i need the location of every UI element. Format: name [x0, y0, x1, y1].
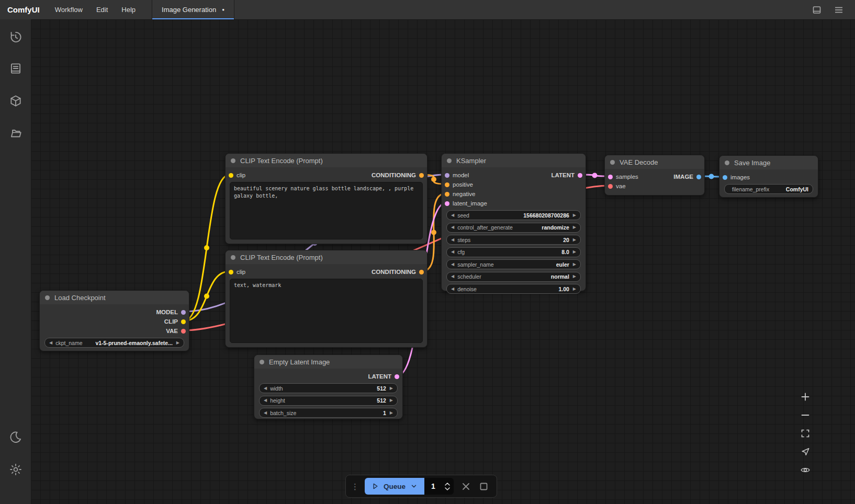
queue-button[interactable]: Queue — [365, 478, 424, 495]
node-header[interactable]: KSampler — [442, 154, 586, 167]
queue-drag-handle[interactable]: ⋮ — [351, 483, 359, 490]
widget-left-arrow-icon[interactable]: ◀ — [451, 213, 454, 217]
zoom-out-button[interactable] — [797, 407, 813, 422]
batch-count-stepper[interactable]: 1 — [424, 478, 454, 495]
node-empty_latent[interactable]: Empty Latent ImageLATENT◀width512▶◀heigh… — [254, 354, 403, 419]
input-slot-latent_image[interactable]: latent_image — [443, 200, 487, 207]
node-collapse-dot-icon[interactable] — [231, 158, 235, 163]
input-slot-negative[interactable]: negative — [443, 191, 475, 197]
node-header[interactable]: Save Image — [719, 156, 818, 169]
node-collapse-dot-icon[interactable] — [231, 255, 235, 260]
node-header[interactable]: VAE Decode — [605, 155, 704, 169]
zoom-in-button[interactable] — [797, 389, 813, 404]
node-collapse-dot-icon[interactable] — [260, 360, 264, 364]
input-slot-clip[interactable]: clip — [227, 269, 245, 275]
widget-ckpt_name[interactable]: ◀ckpt_namev1-5-pruned-emaonly.safete...▶ — [44, 338, 184, 348]
stepper-up-icon[interactable] — [444, 482, 451, 486]
widget-left-arrow-icon[interactable]: ◀ — [451, 274, 454, 279]
sidebar-item-model-library[interactable] — [8, 93, 24, 109]
node-collapse-dot-icon[interactable] — [45, 295, 50, 300]
input-slot-model[interactable]: model — [443, 172, 469, 178]
node-load_checkpoint[interactable]: Load CheckpointMODELCLIPVAE◀ckpt_namev1-… — [39, 290, 189, 351]
stepper-down-icon[interactable] — [444, 487, 451, 491]
input-slot-samples[interactable]: samples — [606, 174, 638, 180]
prompt-textarea[interactable]: beautiful scenery nature glass bottle la… — [230, 182, 423, 239]
node-header[interactable]: CLIP Text Encode (Prompt) — [226, 250, 427, 264]
widget-batch_size[interactable]: ◀batch_size1▶ — [259, 408, 398, 418]
widget-sampler_name[interactable]: ◀sampler_nameeuler▶ — [446, 259, 581, 269]
node-header[interactable]: Load Checkpoint — [40, 291, 189, 304]
output-pin-icon[interactable] — [181, 310, 186, 315]
widget-filename_prefix[interactable]: filename_prefixComfyUI — [724, 184, 813, 194]
widget-cfg[interactable]: ◀cfg8.0▶ — [446, 247, 581, 257]
node-collapse-dot-icon[interactable] — [610, 160, 615, 165]
fit-view-button[interactable] — [797, 426, 813, 441]
widget-left-arrow-icon[interactable]: ◀ — [451, 287, 454, 291]
output-pin-icon[interactable] — [578, 173, 582, 178]
node-header[interactable]: CLIP Text Encode (Prompt) — [226, 154, 427, 167]
input-slot-positive[interactable]: positive — [443, 181, 473, 188]
node-collapse-dot-icon[interactable] — [447, 158, 452, 163]
widget-right-arrow-icon[interactable]: ▶ — [573, 262, 576, 267]
input-slot-images[interactable]: images — [721, 174, 750, 180]
widget-right-arrow-icon[interactable]: ▶ — [573, 238, 576, 242]
input-pin-icon[interactable] — [229, 173, 233, 178]
output-slot-LATENT[interactable]: LATENT — [551, 172, 584, 178]
widget-left-arrow-icon[interactable]: ◀ — [451, 262, 454, 267]
tab-image-generation[interactable]: Image Generation ● — [152, 0, 234, 19]
stop-button[interactable] — [479, 482, 488, 491]
widget-right-arrow-icon[interactable]: ▶ — [573, 225, 576, 230]
node-vae_decode[interactable]: VAE DecodesamplesIMAGEvae — [604, 155, 705, 196]
node-clip_neg[interactable]: CLIP Text Encode (Prompt)clipCONDITIONIN… — [225, 250, 428, 348]
menu-help[interactable]: Help — [115, 6, 142, 14]
widget-right-arrow-icon[interactable]: ▶ — [390, 398, 393, 403]
output-pin-icon[interactable] — [419, 173, 424, 178]
widget-right-arrow-icon[interactable]: ▶ — [573, 274, 576, 279]
widget-height[interactable]: ◀height512▶ — [259, 396, 398, 406]
select-mode-button[interactable] — [797, 444, 813, 459]
input-pin-icon[interactable] — [723, 175, 727, 180]
output-pin-icon[interactable] — [395, 374, 399, 379]
input-pin-icon[interactable] — [445, 201, 449, 206]
output-pin-icon[interactable] — [696, 175, 701, 179]
main-menu-button[interactable] — [831, 2, 847, 18]
output-slot-CONDITIONING[interactable]: CONDITIONING — [372, 269, 426, 275]
node-clip_pos[interactable]: CLIP Text Encode (Prompt)clipCONDITIONIN… — [225, 153, 428, 244]
widget-left-arrow-icon[interactable]: ◀ — [49, 341, 52, 345]
widget-right-arrow-icon[interactable]: ▶ — [390, 411, 393, 415]
settings-button[interactable] — [8, 462, 24, 477]
output-slot-CLIP[interactable]: CLIP — [164, 318, 188, 325]
output-pin-icon[interactable] — [419, 270, 424, 274]
toggle-link-visibility-button[interactable] — [797, 462, 813, 477]
sidebar-item-workflows[interactable] — [8, 125, 24, 141]
input-slot-clip[interactable]: clip — [227, 172, 245, 178]
node-collapse-dot-icon[interactable] — [725, 161, 729, 165]
sidebar-item-node-library[interactable] — [8, 61, 24, 76]
widget-left-arrow-icon[interactable]: ◀ — [451, 250, 454, 254]
output-slot-VAE[interactable]: VAE — [166, 328, 188, 334]
node-save_image[interactable]: Save Imageimagesfilename_prefixComfyUI — [719, 155, 818, 198]
widget-right-arrow-icon[interactable]: ▶ — [176, 341, 179, 345]
output-pin-icon[interactable] — [181, 329, 186, 334]
input-pin-icon[interactable] — [445, 192, 449, 197]
menu-edit[interactable]: Edit — [89, 6, 115, 14]
theme-toggle-button[interactable] — [8, 429, 24, 445]
widget-control_after_generate[interactable]: ◀control_after_generaterandomize▶ — [446, 223, 581, 233]
widget-left-arrow-icon[interactable]: ◀ — [451, 225, 454, 230]
input-pin-icon[interactable] — [608, 184, 613, 189]
widget-scheduler[interactable]: ◀schedulernormal▶ — [446, 272, 581, 282]
prompt-textarea[interactable]: text, watermark — [230, 279, 423, 343]
input-pin-icon[interactable] — [445, 173, 449, 178]
widget-seed[interactable]: ◀seed156680208700286▶ — [446, 210, 581, 220]
widget-steps[interactable]: ◀steps20▶ — [446, 235, 581, 245]
widget-left-arrow-icon[interactable]: ◀ — [264, 411, 267, 415]
menu-workflow[interactable]: Workflow — [48, 6, 89, 14]
input-pin-icon[interactable] — [445, 182, 449, 187]
node-header[interactable]: Empty Latent Image — [254, 355, 402, 369]
input-pin-icon[interactable] — [608, 175, 613, 179]
widget-denoise[interactable]: ◀denoise1.00▶ — [446, 284, 581, 294]
node-ksampler[interactable]: KSamplermodelLATENTpositivenegativelaten… — [441, 153, 586, 291]
output-slot-IMAGE[interactable]: IMAGE — [673, 174, 703, 180]
widget-right-arrow-icon[interactable]: ▶ — [573, 287, 576, 291]
bottom-panel-toggle-button[interactable] — [809, 2, 825, 18]
